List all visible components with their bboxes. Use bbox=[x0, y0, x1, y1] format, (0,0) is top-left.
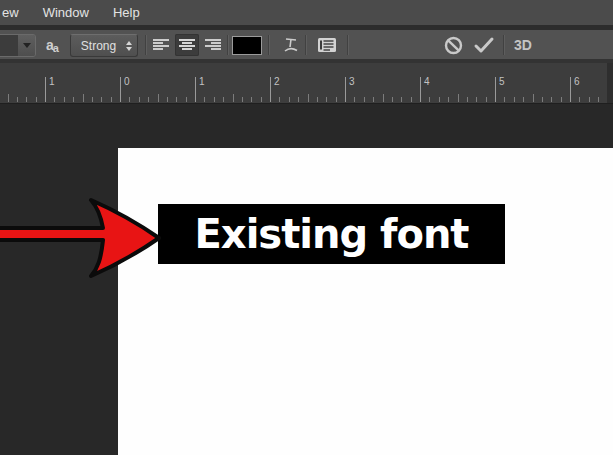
ruler-tick bbox=[120, 77, 121, 102]
ruler-tick bbox=[167, 97, 168, 102]
horizontal-ruler[interactable]: 10123456 bbox=[0, 63, 613, 104]
ruler-tick bbox=[54, 97, 55, 102]
ruler-tick bbox=[336, 97, 337, 102]
ruler-tick bbox=[570, 77, 571, 102]
ruler-tick bbox=[83, 94, 84, 102]
ruler-tick bbox=[233, 94, 234, 102]
checkmark-icon bbox=[473, 36, 495, 54]
ruler-tick bbox=[214, 97, 215, 102]
selected-text-layer[interactable]: Existing font bbox=[158, 204, 505, 264]
warp-text-icon bbox=[282, 37, 300, 54]
ruler-tick bbox=[486, 97, 487, 102]
canvas-workspace[interactable]: Existing font bbox=[0, 104, 613, 455]
ruler-tick bbox=[579, 97, 580, 102]
ruler-tick bbox=[148, 97, 149, 102]
ruler-tick bbox=[354, 97, 355, 102]
ruler-tick bbox=[589, 97, 590, 102]
text-layer-content: Existing font bbox=[195, 211, 469, 257]
updown-arrows-icon bbox=[126, 41, 132, 51]
ruler-tick bbox=[45, 77, 46, 102]
ruler-tick bbox=[289, 97, 290, 102]
ruler-tick bbox=[598, 97, 599, 102]
menu-item-window[interactable]: Window bbox=[31, 0, 101, 25]
font-size-field[interactable] bbox=[0, 35, 18, 56]
ruler-tick bbox=[411, 97, 412, 102]
commit-edits-button[interactable] bbox=[472, 34, 496, 56]
ruler-tick bbox=[392, 97, 393, 102]
3d-button[interactable]: 3D bbox=[514, 37, 532, 53]
align-right-button[interactable] bbox=[201, 34, 225, 56]
cancel-icon bbox=[444, 36, 463, 55]
ruler-tick bbox=[36, 97, 37, 102]
panels-icon bbox=[317, 37, 337, 53]
type-tool-options-bar: aa Strong bbox=[0, 30, 613, 59]
anti-alias-method-value: Strong bbox=[71, 39, 126, 53]
ruler-tick bbox=[129, 97, 130, 102]
ruler-number: 3 bbox=[349, 76, 355, 87]
ruler-number: 1 bbox=[49, 76, 55, 87]
ruler-tick bbox=[158, 94, 159, 102]
menu-item-view-partial[interactable]: ew bbox=[0, 0, 31, 25]
toggle-panels-button[interactable] bbox=[315, 34, 339, 56]
ruler-tick bbox=[270, 77, 271, 102]
ruler-tick bbox=[204, 97, 205, 102]
align-right-icon bbox=[205, 39, 222, 52]
align-left-button[interactable] bbox=[149, 34, 173, 56]
ruler-tick bbox=[26, 97, 27, 102]
cancel-edits-button[interactable] bbox=[441, 34, 465, 56]
chevron-down-icon bbox=[23, 43, 31, 48]
align-left-icon bbox=[153, 39, 170, 52]
ruler-tick bbox=[401, 97, 402, 102]
menu-item-help[interactable]: Help bbox=[101, 0, 152, 25]
separator bbox=[268, 35, 270, 55]
ruler-tick bbox=[308, 94, 309, 102]
ruler-tick bbox=[176, 97, 177, 102]
ruler-number: 4 bbox=[424, 76, 430, 87]
ruler-tick bbox=[495, 77, 496, 102]
ruler-tick bbox=[420, 77, 421, 102]
ruler-tick bbox=[8, 94, 9, 102]
ruler-tick bbox=[439, 97, 440, 102]
anti-alias-icon[interactable]: aa bbox=[42, 36, 64, 54]
font-size-dropdown-arrow[interactable] bbox=[18, 35, 35, 56]
menu-bar: ew Window Help bbox=[0, 0, 613, 25]
ruler-tick bbox=[279, 97, 280, 102]
ruler-tick bbox=[298, 97, 299, 102]
ruler-number: 5 bbox=[499, 76, 505, 87]
ruler-tick bbox=[186, 97, 187, 102]
ruler-tick bbox=[523, 97, 524, 102]
ruler-tick bbox=[242, 97, 243, 102]
ruler-end-cap bbox=[607, 63, 613, 103]
red-arrow-annotation bbox=[0, 195, 170, 290]
ruler-tick bbox=[383, 94, 384, 102]
ruler-tick bbox=[458, 94, 459, 102]
ruler-number: 6 bbox=[574, 76, 580, 87]
ruler-tick bbox=[542, 97, 543, 102]
ruler-tick bbox=[467, 97, 468, 102]
separator bbox=[227, 35, 229, 55]
text-color-swatch[interactable] bbox=[233, 37, 261, 54]
font-size-dropdown[interactable] bbox=[0, 34, 36, 57]
ruler-tick bbox=[139, 97, 140, 102]
ruler-tick bbox=[261, 97, 262, 102]
ruler-tick bbox=[17, 97, 18, 102]
ruler-tick bbox=[364, 97, 365, 102]
align-center-button[interactable] bbox=[175, 34, 199, 56]
ruler-tick bbox=[504, 97, 505, 102]
ruler-number: 0 bbox=[124, 76, 130, 87]
separator bbox=[503, 35, 505, 55]
ruler-number: 2 bbox=[274, 76, 280, 87]
document-page[interactable] bbox=[118, 148, 613, 455]
anti-alias-method-select[interactable]: Strong bbox=[70, 34, 138, 57]
ruler-number: 1 bbox=[199, 76, 205, 87]
separator bbox=[305, 35, 307, 55]
align-center-icon bbox=[179, 39, 196, 52]
warp-text-button[interactable] bbox=[279, 34, 303, 56]
ruler-tick bbox=[326, 97, 327, 102]
ruler-tick bbox=[373, 97, 374, 102]
ruler-tick bbox=[533, 94, 534, 102]
ruler-tick bbox=[223, 97, 224, 102]
ruler-tick bbox=[64, 97, 65, 102]
ruler-tick bbox=[476, 97, 477, 102]
ruler-tick bbox=[429, 97, 430, 102]
